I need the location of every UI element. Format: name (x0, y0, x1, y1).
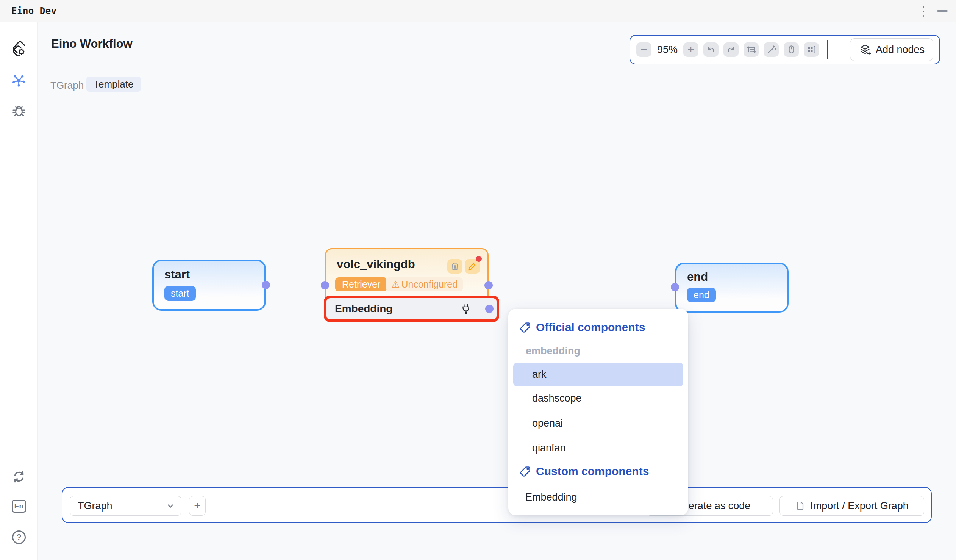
minus-icon: − (640, 43, 647, 56)
zoom-out-button[interactable]: − (636, 42, 651, 57)
plus-icon: + (194, 499, 201, 512)
redo-icon (726, 44, 736, 55)
refresh-icon[interactable] (11, 468, 27, 485)
delete-node-button[interactable] (447, 259, 462, 274)
custom-components-header: Custom components (520, 465, 649, 478)
graph-bar: TGraph + Generate as code Import / Expor… (62, 487, 932, 523)
trash-icon (450, 261, 460, 271)
node-end[interactable]: end end (675, 263, 789, 313)
tag-icon (520, 466, 531, 477)
eino-logo-icon (11, 40, 27, 57)
warning-icon: ⚠ (391, 279, 399, 290)
minimize-icon[interactable] (937, 10, 948, 12)
magic-wand-icon (766, 44, 777, 55)
slot-label: Embedding (335, 303, 392, 315)
minimap-button[interactable] (804, 42, 819, 57)
app-title: Eino Dev (11, 6, 57, 16)
mouse-mode-button[interactable] (784, 42, 799, 57)
component-item-dashscope[interactable]: dashscope (513, 387, 683, 411)
plug-icon (460, 303, 472, 315)
chevron-down-icon (166, 501, 175, 510)
redo-button[interactable] (723, 42, 739, 57)
graph-select-value: TGraph (78, 500, 113, 512)
port-start-output[interactable] (262, 281, 270, 289)
help-icon[interactable]: ? (11, 529, 27, 546)
bug-icon (11, 103, 27, 119)
component-item-ark[interactable]: ark (513, 363, 683, 387)
component-item-embedding[interactable]: Embedding (513, 485, 683, 509)
port-retriever-output[interactable] (484, 281, 493, 289)
language-en-icon[interactable]: En (11, 498, 27, 514)
app-window: Eino Dev (0, 0, 956, 560)
component-item-qianfan[interactable]: qianfan (513, 436, 683, 460)
pencil-icon (467, 261, 477, 271)
beautify-button[interactable] (764, 42, 779, 57)
warning-label: Unconfigured (401, 279, 458, 290)
group-label: embedding (526, 345, 580, 357)
sidebar-item-debug[interactable] (11, 102, 27, 119)
zoom-level: 95% (656, 44, 678, 56)
vertical-sort-icon (745, 44, 757, 55)
node-title: start (164, 268, 190, 282)
notification-dot (476, 256, 482, 262)
toolbar-divider (827, 40, 828, 60)
section-title: Official components (536, 321, 645, 334)
auto-layout-button[interactable] (744, 42, 759, 57)
graph-icon (11, 72, 27, 88)
sidebar: En ? (0, 22, 38, 560)
language-label: En (12, 500, 26, 513)
sidebar-item-workflow[interactable] (11, 72, 27, 89)
port-end-input[interactable] (671, 283, 679, 291)
canvas-toolbar: − 95% + (629, 35, 940, 64)
help-label: ? (12, 530, 26, 544)
node-title: volc_vikingdb (337, 258, 415, 271)
component-picker-popup: Official components embedding ark dashsc… (508, 309, 688, 515)
window-titlebar: Eino Dev (0, 0, 956, 22)
node-type-badge: end (687, 288, 716, 302)
component-item-openai[interactable]: openai (513, 412, 683, 435)
node-title: end (687, 270, 708, 284)
node-type-badge: start (164, 286, 196, 301)
unconfigured-badge: ⚠Unconfigured (386, 277, 463, 291)
document-icon (795, 500, 806, 511)
breadcrumb-graph-name: TGraph (50, 80, 84, 91)
mouse-icon (786, 44, 797, 55)
import-export-label: Import / Export Graph (810, 500, 909, 512)
graph-select[interactable]: TGraph (70, 496, 181, 516)
port-retriever-input[interactable] (321, 281, 329, 289)
plus-icon: + (687, 43, 694, 56)
page-title: Eino Workflow (51, 37, 132, 51)
layers-plus-icon (859, 43, 871, 56)
panel-layout-icon (806, 44, 817, 55)
zoom-in-button[interactable]: + (683, 42, 698, 57)
kebab-menu-icon[interactable] (922, 6, 925, 17)
embedding-slot[interactable]: Embedding (324, 296, 499, 322)
template-badge: Template (86, 77, 141, 92)
tag-icon (520, 322, 531, 333)
add-nodes-label: Add nodes (876, 44, 925, 56)
node-type-badge: Retriever (335, 277, 387, 291)
undo-button[interactable] (703, 42, 719, 57)
import-export-button[interactable]: Import / Export Graph (780, 496, 924, 516)
add-nodes-button[interactable]: Add nodes (850, 38, 933, 61)
official-components-header: Official components (520, 321, 645, 334)
section-title: Custom components (536, 465, 649, 478)
undo-icon (706, 44, 716, 55)
node-start[interactable]: start start (152, 260, 266, 311)
port-embedding-slot[interactable] (485, 305, 494, 313)
add-graph-button[interactable]: + (189, 496, 206, 516)
